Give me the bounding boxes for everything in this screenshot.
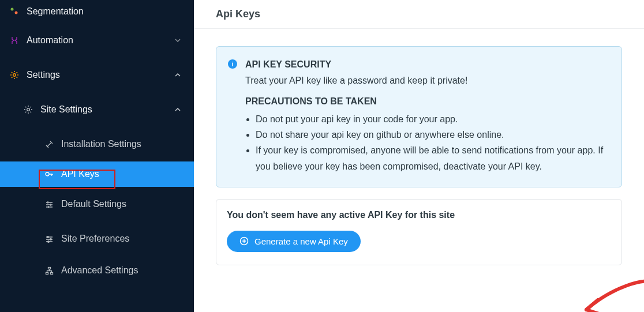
sidebar-item-segmentation[interactable]: Segmentation <box>0 0 194 23</box>
sidebar-item-label: Default Settings <box>61 199 126 209</box>
precaution-item: Do not share your api key on github or a… <box>256 127 606 142</box>
generate-api-key-button[interactable]: Generate a new Api Key <box>227 231 361 252</box>
content-area: i API KEY SECURITY Treat your API key li… <box>194 29 644 283</box>
svg-point-3 <box>27 108 30 111</box>
automation-icon <box>9 35 20 46</box>
info-icon: i <box>228 59 237 69</box>
sidebar: Segmentation Automation Settings Site Se… <box>0 0 194 312</box>
sidebar-item-settings[interactable]: Settings <box>0 58 194 92</box>
no-api-key-message: You don't seem have any active API Key f… <box>227 210 611 220</box>
sidebar-item-label: Settings <box>27 70 60 80</box>
svg-point-1 <box>15 12 18 14</box>
page-title: Api Keys <box>216 8 622 20</box>
preferences-icon <box>44 234 54 244</box>
precaution-item: If your key is compromised, anyone will … <box>256 142 606 174</box>
sidebar-item-label: API Keys <box>61 169 99 179</box>
sidebar-item-default-settings[interactable]: Default Settings <box>0 187 194 221</box>
svg-point-0 <box>11 8 14 11</box>
key-icon <box>44 169 54 179</box>
sidebar-item-site-settings[interactable]: Site Settings <box>0 92 194 127</box>
chevron-down-icon <box>174 37 181 44</box>
sidebar-item-api-keys[interactable]: API Keys <box>0 161 194 187</box>
sidebar-item-label: Advanced Settings <box>61 265 138 276</box>
hierarchy-icon <box>44 265 54 276</box>
api-key-status-card: You don't seem have any active API Key f… <box>216 199 622 265</box>
generate-button-label: Generate a new Api Key <box>254 236 348 246</box>
sidebar-item-label: Site Preferences <box>61 234 129 244</box>
gear-outline-icon <box>23 104 33 115</box>
security-info-card: i API KEY SECURITY Treat your API key li… <box>216 46 622 187</box>
info-subhead: Treat your API key like a password and k… <box>245 76 606 86</box>
annotation-arrow <box>575 272 644 312</box>
sidebar-item-label: Installation Settings <box>61 139 141 149</box>
svg-point-7 <box>47 240 49 242</box>
sidebar-item-site-preferences[interactable]: Site Preferences <box>0 221 194 256</box>
page-header: Api Keys <box>194 0 644 29</box>
sidebar-item-label: Site Settings <box>40 104 92 115</box>
svg-point-4 <box>46 172 49 176</box>
sidebar-item-installation-settings[interactable]: Installation Settings <box>0 127 194 161</box>
chevron-up-icon <box>174 72 181 78</box>
precautions-heading: PRECAUTIONS TO BE TAKEN <box>245 96 606 107</box>
sliders-icon <box>44 199 54 209</box>
svg-rect-10 <box>50 272 53 274</box>
svg-point-6 <box>50 238 51 240</box>
sidebar-item-label: Segmentation <box>27 6 84 17</box>
wrench-icon <box>44 139 54 149</box>
sidebar-item-advanced-settings[interactable]: Advanced Settings <box>0 256 194 285</box>
sidebar-item-label: Automation <box>27 35 73 46</box>
precautions-list: Do not put your api key in your code for… <box>245 111 606 174</box>
chevron-up-icon <box>174 106 181 113</box>
svg-rect-8 <box>48 267 50 269</box>
plus-circle-icon <box>239 236 249 246</box>
svg-point-5 <box>47 236 48 238</box>
info-heading: API KEY SECURITY <box>245 59 606 70</box>
precaution-item: Do not put your api key in your code for… <box>256 111 606 127</box>
svg-point-2 <box>13 74 16 77</box>
main-content: Api Keys i API KEY SECURITY Treat your A… <box>194 0 644 312</box>
svg-rect-9 <box>46 272 48 274</box>
gear-icon <box>9 70 20 80</box>
segmentation-icon <box>9 6 20 17</box>
sidebar-item-automation[interactable]: Automation <box>0 23 194 58</box>
